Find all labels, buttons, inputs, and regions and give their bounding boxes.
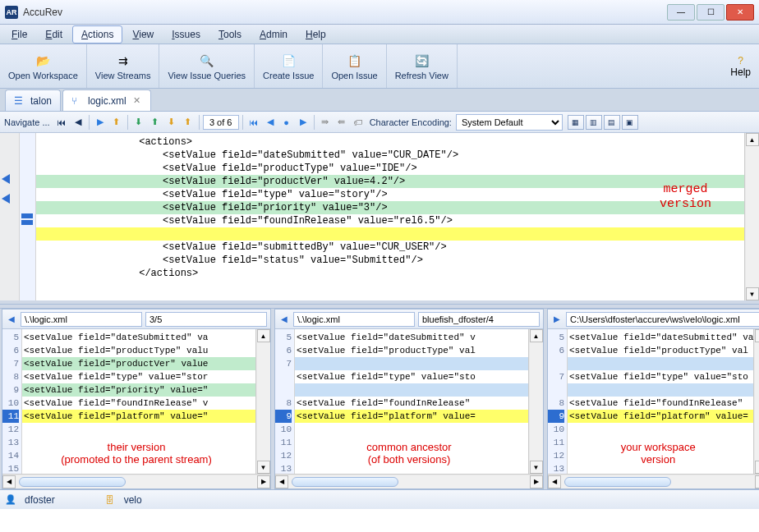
nav-take-left-button[interactable]: ⬇ <box>131 115 146 130</box>
window-minimize-button[interactable]: — <box>667 4 695 21</box>
menu-item-admin[interactable]: Admin <box>251 26 296 43</box>
code-line: <setValue field="type" value="sto <box>295 370 528 383</box>
menu-item-tools[interactable]: Tools <box>210 26 250 43</box>
menu-item-view[interactable]: View <box>124 26 162 43</box>
panel-code[interactable]: <setValue field="dateSubmitted" va<setVa… <box>568 329 753 474</box>
menu-item-help[interactable]: Help <box>297 26 334 43</box>
arrow-left-icon[interactable] <box>2 194 10 204</box>
merged-vscrollbar[interactable]: ▲ ▼ <box>744 133 759 300</box>
nav-next-diff-button[interactable]: ▶ <box>93 115 108 130</box>
tab-strip: ☰ talon ⑂ logic.xml ✕ <box>0 89 759 112</box>
bottom-panels: ◀ 56789101112131415 <setValue field="dat… <box>0 309 759 489</box>
code-line: <setValue field="priority" value="3"/> <box>36 201 744 214</box>
nav-action2-button[interactable]: ⇚ <box>334 115 349 130</box>
code-line <box>22 462 255 474</box>
panel-path-field[interactable] <box>21 312 142 327</box>
scroll-up-button[interactable]: ▲ <box>746 133 759 146</box>
open-issue-button[interactable]: 📋 Open Issue <box>323 44 386 88</box>
code-line <box>295 423 528 436</box>
panel-hscrollbar[interactable]: ◀▶ <box>275 474 543 488</box>
panel-code[interactable]: <setValue field="dateSubmitted" v<setVal… <box>295 329 528 474</box>
panel-version-field[interactable] <box>418 312 540 327</box>
main-toolbar: 📂 Open Workspace ⇉ View Streams 🔍 View I… <box>0 44 759 89</box>
nav-action1-button[interactable]: ⇛ <box>318 115 333 130</box>
scroll-down-button[interactable]: ▼ <box>746 287 759 300</box>
nav-up-diff-button[interactable]: ⬆ <box>109 115 124 130</box>
layout-4-button[interactable]: ▣ <box>622 115 638 130</box>
layout-1-button[interactable]: ▦ <box>568 115 584 130</box>
refresh-view-button[interactable]: 🔄 Refresh View <box>387 44 458 88</box>
code-line <box>22 449 255 462</box>
window-close-button[interactable]: ✕ <box>726 4 754 21</box>
panel-path-field[interactable] <box>293 312 415 327</box>
menu-item-file[interactable]: File <box>3 26 35 43</box>
help-button[interactable]: ? Help <box>722 44 759 88</box>
code-line: <setValue field="productType" val <box>295 344 528 357</box>
query-icon: 🔍 <box>199 53 215 69</box>
position-field[interactable] <box>203 115 239 130</box>
panel-version-field[interactable] <box>145 312 267 327</box>
panel-hscrollbar[interactable]: ◀▶ <box>2 474 270 488</box>
nav-next-conflict-button[interactable]: ▶ <box>296 115 310 130</box>
panel-vscrollbar[interactable]: ▲▼ <box>753 329 759 474</box>
merged-minimap[interactable] <box>20 133 36 300</box>
code-line: <setValue field="submittedBy" value="CUR… <box>36 241 744 254</box>
go-left-icon[interactable]: ◀ <box>278 314 290 325</box>
layout-3-button[interactable]: ▤ <box>604 115 620 130</box>
tab-label: talon <box>30 95 52 107</box>
code-line: <setValue field="priority" value=" <box>22 383 255 397</box>
view-issue-queries-button[interactable]: 🔍 View Issue Queries <box>159 44 255 88</box>
nav-take-right-button[interactable]: ⬆ <box>148 115 163 130</box>
menu-item-issues[interactable]: Issues <box>163 26 209 43</box>
menu-item-edit[interactable]: Edit <box>37 26 71 43</box>
code-line: <setValue field="foundInRelease" v <box>22 397 255 410</box>
open-issue-icon: 📋 <box>347 53 363 69</box>
merged-code[interactable]: merged version <actions> <setValue field… <box>36 133 744 300</box>
merged-gutter-left <box>0 133 20 300</box>
code-line: <setValue field="type" value="stor <box>22 370 255 383</box>
menubar: FileEditActionsViewIssuesToolsAdminHelp <box>0 25 759 44</box>
go-right-icon[interactable]: ▶ <box>551 314 563 325</box>
layout-2-button[interactable]: ▥ <box>586 115 602 130</box>
nav-first-button[interactable]: ⏮ <box>54 115 69 130</box>
merge-icon: ⑂ <box>71 95 83 107</box>
encoding-select[interactable]: System Default <box>456 114 563 131</box>
tab-talon[interactable]: ☰ talon <box>5 89 61 111</box>
code-line: <setValue field="status" value="Submitte… <box>36 254 744 267</box>
panel-path-field[interactable] <box>566 312 759 327</box>
panel-vscrollbar[interactable]: ▲▼ <box>255 329 270 474</box>
panel-theirs: ◀ 56789101112131415 <setValue field="dat… <box>2 309 271 489</box>
code-line: <setValue field="foundInRelease" <box>295 397 528 410</box>
nav-marker-button[interactable]: ● <box>279 115 294 130</box>
window-maximize-button[interactable]: ☐ <box>697 4 724 21</box>
nav-prev-button[interactable]: ◀ <box>71 115 85 130</box>
create-issue-button[interactable]: 📄 Create Issue <box>255 44 323 88</box>
panel-code[interactable]: <setValue field="dateSubmitted" va<setVa… <box>22 329 255 474</box>
code-line: <setValue field="platform" value= <box>295 410 528 423</box>
nav-first-conflict-button[interactable]: ⏮ <box>246 115 261 130</box>
line-gutter: 5678910111213 <box>548 329 568 474</box>
arrow-left-icon[interactable] <box>2 174 10 184</box>
code-line: <setValue field="productType" valu <box>22 344 255 357</box>
status-depot: velo <box>124 494 142 506</box>
nav-merge-up-button[interactable]: ⬆ <box>181 115 196 130</box>
code-line: </actions> <box>36 267 744 280</box>
code-line: <setValue field="productVer" value=4.2"/… <box>36 175 744 188</box>
go-left-icon[interactable]: ◀ <box>6 314 17 325</box>
open-workspace-button[interactable]: 📂 Open Workspace <box>0 44 87 88</box>
status-user: dfoster <box>25 494 55 506</box>
tab-logic-xml[interactable]: ⑂ logic.xml ✕ <box>62 89 151 111</box>
streams-icon: ⇉ <box>115 53 131 69</box>
close-tab-icon[interactable]: ✕ <box>131 95 142 106</box>
nav-tag-button[interactable]: 🏷 <box>351 115 366 130</box>
depot-icon: 🗄 <box>104 494 116 506</box>
panel-hscrollbar[interactable]: ◀▶ <box>548 474 759 488</box>
nav-merge-down-button[interactable]: ⬇ <box>164 115 179 130</box>
menu-item-actions[interactable]: Actions <box>72 25 122 44</box>
panel-vscrollbar[interactable]: ▲▼ <box>528 329 543 474</box>
nav-prev-conflict-button[interactable]: ◀ <box>263 115 278 130</box>
create-issue-icon: 📄 <box>280 53 297 69</box>
code-line: <setValue field="dateSubmitted" value="C… <box>36 149 744 162</box>
view-streams-button[interactable]: ⇉ View Streams <box>87 44 160 88</box>
code-line <box>568 383 753 397</box>
